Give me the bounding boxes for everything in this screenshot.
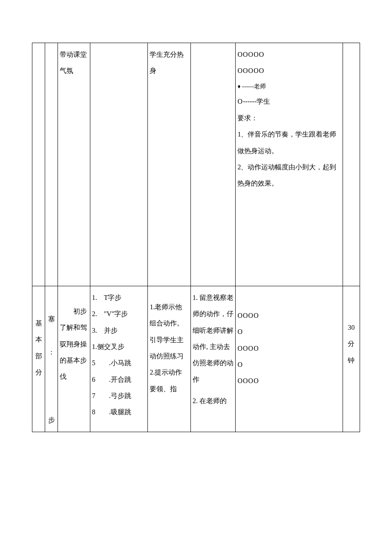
row2-col2: 塞 : 步 — [45, 286, 58, 432]
formation-row: OOOOO — [237, 63, 340, 79]
step-item: 1.侧交叉步 — [92, 339, 146, 355]
row2-col7: OOOO O OOOO O OOOO — [236, 286, 343, 432]
duration: 30分钟 — [343, 286, 360, 432]
formation-row: OOOOO — [237, 46, 340, 63]
formation-row: OOOO — [237, 340, 340, 357]
formation-row: O — [237, 324, 340, 340]
requirement-item: 1、伴音乐的节奏，学生跟着老师做热身运动。 — [237, 126, 340, 159]
formation-row: O — [237, 357, 340, 373]
step-item: 7 .弓步跳 — [92, 388, 146, 404]
row1-col6 — [190, 43, 236, 286]
step-item: 2. "V"字步 — [92, 306, 146, 322]
teacher-activity: 1.老师示他组合动作。引导学生主动仿照练习 — [150, 299, 189, 365]
row1-col3: 带动课堂气氛 — [58, 43, 90, 286]
row2-col4: 1. T字步 2. "V"字步 3. 并步 1.侧交叉步 5 .小马跳 6 .开… — [90, 286, 148, 432]
table-row: 基本部分 塞 : 步 初步了解和驾驭翔身操的基本步伐 1. T字步 2. "V"… — [32, 286, 360, 432]
row1-col1 — [32, 43, 45, 286]
student-activity: 1. 留意视察老师的动作，仔细听老师讲解动作, 主动去仿照老师的动作 — [193, 290, 234, 388]
goal-text-indent: 初 — [60, 308, 80, 315]
row2-col6: 1. 留意视察老师的动作，仔细听老师讲解动作, 主动去仿照老师的动作 2. 在老… — [190, 286, 236, 432]
legend-teacher: ♦ ------老师 — [237, 79, 340, 94]
row1-col5: 学生充分热身 — [148, 43, 191, 286]
step-item: 3. 并步 — [92, 323, 146, 339]
row2-col5: 1.老师示他组合动作。引导学生主动仿照练习 2.提示动作要领、指 — [148, 286, 191, 432]
row1-col8 — [343, 43, 360, 286]
teacher-activity: 2.提示动作要领、指 — [150, 364, 189, 397]
row1-col2 — [45, 43, 58, 286]
formation-row: OOOO — [237, 308, 340, 324]
row2-col3: 初步了解和驾驭翔身操的基本步伐 — [58, 286, 90, 432]
lesson-plan-table: 带动课堂气氛 学生充分热身 OOOOO OOOOO ♦ ------老师 O--… — [32, 43, 360, 432]
step-item: 1. T字步 — [92, 290, 146, 306]
requirement-item: 2、动作运动幅度由小到大，起到热身的效果。 — [237, 159, 340, 192]
table-row: 带动课堂气氛 学生充分热身 OOOOO OOOOO ♦ ------老师 O--… — [32, 43, 360, 286]
row1-col7: OOOOO OOOOO ♦ ------老师 O------学生 要求： 1、伴… — [236, 43, 343, 286]
step-item: 6 .开合跳 — [92, 372, 146, 388]
row1-col4 — [90, 43, 148, 286]
student-activity: 2. 在老师的 — [193, 393, 234, 409]
formation-row: OOOO — [237, 373, 340, 389]
step-item: 5 .小马跳 — [92, 355, 146, 371]
section-label: 基本部分 — [32, 286, 45, 432]
goal-text: 步了解和驾驭翔身操的基本步伐 — [60, 308, 87, 381]
legend-student: O------学生 — [237, 93, 340, 110]
step-item: 8 .吸腿跳 — [92, 404, 146, 420]
requirements-label: 要求： — [237, 110, 340, 126]
